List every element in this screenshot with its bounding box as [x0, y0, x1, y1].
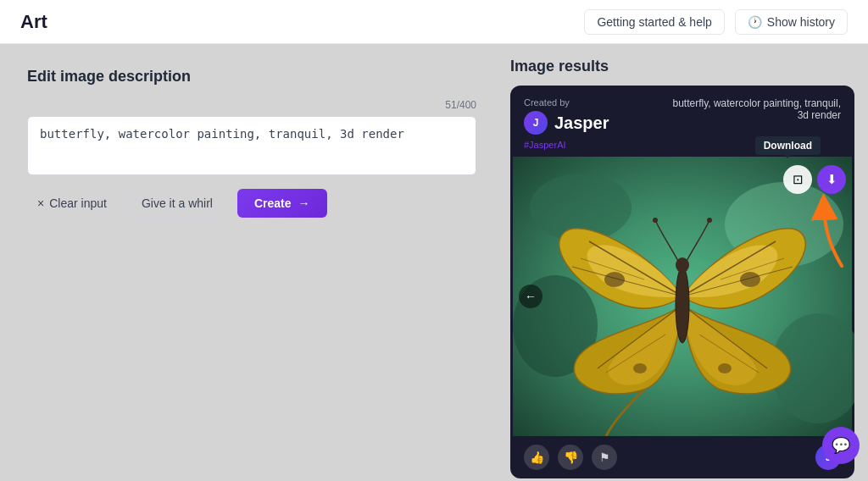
back-arrow-icon: ← [525, 290, 537, 303]
thumbs-down-button[interactable]: 👎 [558, 445, 583, 470]
copy-image-button[interactable]: ⊡ [783, 165, 812, 194]
svg-point-17 [653, 218, 658, 223]
getting-started-button[interactable]: Getting started & help [584, 9, 724, 35]
svg-point-22 [718, 363, 732, 373]
app-logo: Art [20, 11, 47, 33]
thumbs-up-button[interactable]: 👍 [524, 445, 549, 470]
butterfly-svg [510, 157, 854, 436]
image-nav-back-button[interactable]: ← [519, 285, 542, 308]
svg-point-20 [740, 272, 760, 287]
image-description-label: butterfly, watercolor painting, tranquil… [671, 97, 841, 121]
footer-actions: 👍 👎 ⚑ [524, 445, 617, 470]
give-it-a-whirl-button[interactable]: Give it a whirl [127, 189, 227, 218]
creator-name: Jasper [554, 113, 609, 133]
clock-icon: 🕐 [748, 15, 762, 29]
chat-icon: 💬 [832, 436, 850, 455]
edit-section-title: Edit image description [27, 68, 476, 86]
arrow-right-icon: → [298, 196, 310, 210]
close-icon: × [37, 196, 44, 210]
svg-point-21 [633, 363, 647, 373]
main-content: Edit image description 51/400 × Clear in… [0, 44, 868, 481]
clear-input-button[interactable]: × Clear input [27, 190, 117, 217]
image-card: Created by J Jasper #JasperAI butterfly,… [510, 86, 854, 478]
butterfly-image [510, 157, 854, 436]
image-container: ← ⊡ ⬇ [510, 157, 854, 436]
created-by-label: Created by [524, 97, 609, 108]
svg-point-18 [707, 218, 712, 223]
description-input[interactable] [27, 116, 476, 175]
nav-right: Getting started & help 🕐 Show history [584, 9, 848, 35]
hashtag: #JasperAI [524, 140, 609, 150]
flag-button[interactable]: ⚑ [592, 445, 617, 470]
creator-info: Created by J Jasper #JasperAI [524, 97, 609, 150]
creator-avatar: J [524, 111, 548, 135]
download-image-button[interactable]: ⬇ [817, 165, 846, 194]
thumbs-up-icon: 👍 [530, 451, 544, 464]
svg-point-15 [676, 267, 689, 343]
action-row: × Clear input Give it a whirl Create → [27, 189, 476, 218]
thumbs-down-icon: 👎 [564, 451, 578, 464]
svg-point-19 [604, 272, 625, 287]
char-count: 51/400 [27, 99, 476, 111]
creator-name-row: J Jasper [524, 111, 609, 135]
results-section-title: Image results [510, 58, 854, 75]
chat-fab-button[interactable]: 💬 [822, 427, 860, 464]
show-history-button[interactable]: 🕐 Show history [735, 9, 848, 35]
card-footer: 👍 👎 ⚑ J [510, 436, 854, 478]
right-panel: Image results Created by J Jasper #Jaspe… [504, 44, 868, 481]
download-tooltip: Download [755, 136, 821, 155]
download-icon: ⬇ [826, 172, 837, 187]
flag-icon: ⚑ [599, 451, 610, 464]
create-button[interactable]: Create → [237, 189, 327, 218]
copy-icon: ⊡ [793, 172, 804, 187]
image-actions: ⊡ ⬇ [783, 165, 846, 194]
left-panel: Edit image description 51/400 × Clear in… [0, 44, 504, 481]
top-nav: Art Getting started & help 🕐 Show histor… [0, 0, 868, 44]
